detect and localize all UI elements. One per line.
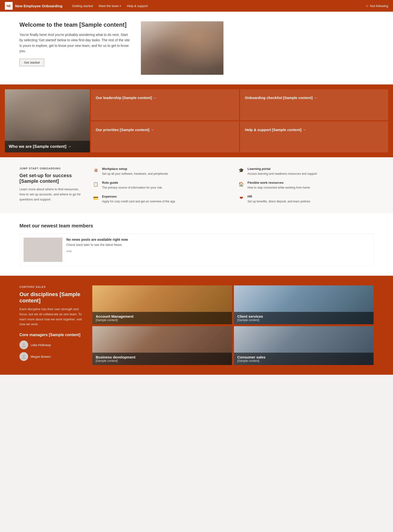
quick-links-section: Who we are [Sample content] → Our leader…: [0, 84, 393, 157]
site-title: New Employee Onboarding: [15, 4, 62, 8]
manager-name-megan: Megan Bowen: [31, 355, 51, 358]
manager-avatar-megan: [19, 352, 28, 361]
jumpstart-left: JUMP START ONBOARDING Get set-up for suc…: [19, 167, 83, 204]
discipline-card-client-services[interactable]: Client services [Sample content]: [234, 285, 374, 324]
no-posts-title: No news posts are available right now: [66, 238, 369, 241]
team-section-title: Meet our newest team members: [19, 223, 374, 229]
manager-item-megan[interactable]: Megan Bowen: [19, 352, 83, 361]
discipline-card-account-mgmt[interactable]: Account Management [Sample content]: [92, 285, 232, 324]
hero-section: Welcome to the team [Sample content] You…: [0, 12, 393, 84]
star-icon: ☆: [366, 4, 369, 8]
hero-description: You're finally here! And you're probably…: [19, 32, 131, 54]
hero-title: Welcome to the team [Sample content]: [19, 21, 131, 28]
expenses-title: Expenses: [102, 195, 175, 198]
who-we-are-card[interactable]: Who we are [Sample content] →: [5, 89, 90, 152]
jumpstart-grid: 🖥 Workplace setup Set up all your softwa…: [92, 167, 374, 204]
hr-desc: Set up benefits, direct deposit, and lea…: [248, 199, 310, 204]
hero-image: [141, 21, 223, 75]
site-logo: NE: [5, 2, 13, 10]
business-dev-sub: [Sample content]: [96, 359, 229, 363]
jumpstart-section: JUMP START ONBOARDING Get set-up for suc…: [0, 157, 393, 213]
nav-follow[interactable]: ☆ Not following: [366, 4, 388, 8]
disciplines-grid: Account Management [Sample content] Clie…: [92, 285, 374, 365]
nav-getting-started[interactable]: Getting started: [70, 0, 95, 12]
news-card: No news posts are available right now Ch…: [19, 233, 374, 266]
manager-name-lidia: Lidia Holloway: [31, 343, 51, 347]
flexible-work-title: Flexible work resources: [248, 181, 310, 184]
workplace-setup-icon: 🖥: [92, 167, 99, 174]
team-news-section: Meet our newest team members No news pos…: [0, 213, 393, 276]
consumer-sales-sub: [Sample content]: [237, 359, 370, 363]
hr-icon: ❤: [238, 195, 245, 201]
help-support-label: Help & support [Sample content] →: [245, 127, 306, 132]
jumpstart-item-expenses: 💳 Expenses Apply for corp credit card an…: [92, 195, 228, 204]
leadership-label: Our leadership [Sample content] →: [96, 95, 157, 100]
workplace-setup-desc: Set up all your software, hardware, and …: [102, 172, 168, 176]
workplace-setup-title: Workplace setup: [102, 167, 168, 171]
manager-item-lidia[interactable]: Lidia Holloway: [19, 341, 83, 349]
no-posts-sub: Check back later to see the latest News.: [66, 243, 369, 247]
help-support-card[interactable]: Help & support [Sample content] →: [240, 121, 388, 152]
nav-help-support[interactable]: Help & support: [124, 0, 150, 12]
priorities-label: Our priorities [Sample content] →: [96, 127, 154, 132]
quick-links-grid: Our leadership [Sample content] → Onboar…: [91, 89, 388, 152]
jumpstart-item-role: 📋 Role guide The primary source of infor…: [92, 181, 228, 190]
onboarding-checklist-label: Onboarding checklist [Sample content] →: [245, 95, 317, 100]
jumpstart-item-flexible: 🏠 Flexible work resources How to stay co…: [238, 181, 374, 190]
priorities-card[interactable]: Our priorities [Sample content] →: [91, 121, 239, 152]
manager-avatar-lidia: [19, 341, 28, 349]
learning-portal-title: Learning portal: [248, 167, 317, 171]
learning-portal-icon: 🎓: [238, 167, 245, 174]
nav-links: Getting started Meet the team ▾ Help & s…: [70, 0, 366, 12]
news-thumbnail: [24, 238, 62, 262]
role-guide-title: Role guide: [102, 181, 162, 184]
expenses-icon: 💳: [92, 195, 99, 201]
leadership-card[interactable]: Our leadership [Sample content] →: [91, 89, 239, 120]
jumpstart-label: JUMP START ONBOARDING: [19, 167, 83, 170]
who-we-are-title: Who we are [Sample content] →: [9, 144, 72, 149]
core-managers-title: Core managers [Sample content]: [19, 333, 83, 337]
disciplines-label: CONTOSO SALES: [19, 285, 83, 288]
client-services-sub: [Sample content]: [237, 318, 370, 322]
client-services-title: Client services: [237, 314, 370, 318]
chevron-down-icon: ▾: [120, 5, 121, 7]
account-mgmt-sub: [Sample content]: [96, 318, 229, 322]
consumer-sales-title: Consumer sales: [237, 355, 370, 359]
onboarding-checklist-card[interactable]: Onboarding checklist [Sample content] →: [240, 89, 388, 120]
discipline-card-business-dev[interactable]: Business development [Sample content]: [92, 326, 232, 365]
news-text-area: No news posts are available right now Ch…: [66, 238, 369, 262]
svg-point-0: [23, 343, 25, 345]
jumpstart-description: Learn more about where to find resources…: [19, 187, 83, 202]
disciplines-title: Our disciplines [Sample content]: [19, 291, 83, 304]
flexible-work-desc: How to stay connected while working from…: [248, 185, 310, 190]
role-guide-desc: The primary source of information for yo…: [102, 185, 162, 190]
top-navigation: NE New Employee Onboarding Getting start…: [0, 0, 393, 12]
hr-title: HR: [248, 195, 310, 198]
discipline-card-consumer-sales[interactable]: Consumer sales [Sample content]: [234, 326, 374, 365]
disciplines-description: Each discipline has their own strength a…: [19, 307, 83, 327]
account-mgmt-title: Account Management: [96, 314, 229, 318]
get-started-button[interactable]: Get started: [19, 59, 44, 66]
jumpstart-item-workplace: 🖥 Workplace setup Set up all your softwa…: [92, 167, 228, 176]
svg-point-1: [23, 355, 25, 357]
hero-text: Welcome to the team [Sample content] You…: [19, 21, 131, 66]
expenses-desc: Apply for corp credit card and get an ov…: [102, 199, 175, 204]
jumpstart-title: Get set-up for success [Sample content]: [19, 173, 83, 184]
learning-portal-desc: Access learning and readiness resources …: [248, 172, 317, 176]
jumpstart-item-hr: ❤ HR Set up benefits, direct deposit, an…: [238, 195, 374, 204]
disciplines-left: CONTOSO SALES Our disciplines [Sample co…: [19, 285, 83, 365]
follow-label: Not following: [370, 4, 388, 8]
flexible-work-icon: 🏠: [238, 181, 245, 188]
news-time: now: [66, 249, 369, 253]
business-dev-title: Business development: [96, 355, 229, 359]
jumpstart-item-learning: 🎓 Learning portal Access learning and re…: [238, 167, 374, 176]
role-guide-icon: 📋: [92, 181, 99, 188]
nav-meet-the-team[interactable]: Meet the team ▾: [96, 0, 123, 12]
disciplines-section: CONTOSO SALES Our disciplines [Sample co…: [0, 276, 393, 375]
